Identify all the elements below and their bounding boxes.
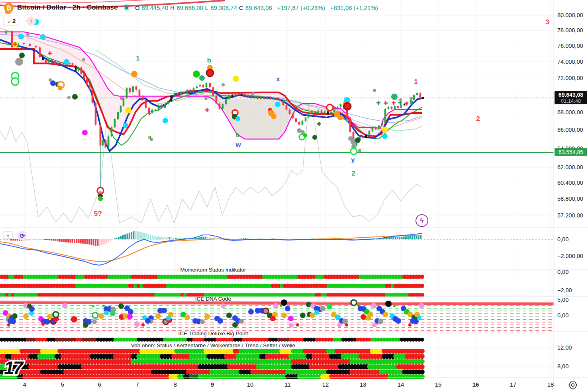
- time-label: 6: [98, 381, 101, 388]
- time-label: 5: [61, 381, 64, 388]
- time-label: 11: [284, 381, 291, 388]
- time-label: 12: [322, 381, 329, 388]
- wave-label-5: 5?: [94, 210, 102, 218]
- last-price-label: 69.643,08 01:14:48: [555, 91, 587, 104]
- time-label: 9: [211, 381, 214, 388]
- wave-label-3: 3: [545, 18, 549, 26]
- wave-label-a: a: [148, 133, 151, 141]
- close-value: 69.643,08: [245, 4, 272, 11]
- pane-tick: 8,00: [557, 363, 568, 369]
- pane-tick: 5,00: [557, 297, 568, 303]
- time-label: 13: [360, 381, 367, 388]
- macd-collapse-button[interactable]: ⌄: [3, 231, 13, 239]
- bigpoint-legend: Von oben: Status / Kerzenfarbe / Wolkenf…: [131, 342, 295, 348]
- open-value: 69.445,40: [142, 4, 169, 11]
- price-tick: 60.400,00: [557, 180, 583, 186]
- price-tick: 80.000,00: [557, 12, 583, 18]
- close-label: C: [239, 4, 243, 11]
- last-price-value: 69.643,08: [555, 92, 587, 98]
- bitcoin-logo-icon: ₿: [4, 3, 14, 12]
- pane-tick: 12,00: [557, 344, 572, 351]
- time-label: 8: [174, 381, 177, 388]
- change-absolute: +197,67 (+0,28%): [277, 4, 325, 11]
- pane-tick: 0,00: [557, 236, 568, 242]
- pane-tick: −2.000,00: [557, 253, 583, 259]
- support-price-label: 63.554,85: [555, 148, 587, 156]
- wave-label-1: 1: [136, 55, 139, 63]
- time-label: 14: [398, 381, 404, 388]
- wave-count-label: 2: [12, 18, 16, 24]
- wave-label-c: c: [235, 131, 239, 139]
- momentum-panel-title: Momentum Status Indikator: [180, 267, 246, 273]
- time-label: 17: [510, 381, 517, 388]
- pane-tick: 0,00: [557, 312, 568, 319]
- lightning-icon[interactable]: ϟ: [416, 214, 428, 227]
- refresh-icon[interactable]: ⟳: [18, 231, 27, 240]
- price-tick: 62.000,00: [557, 164, 583, 170]
- low-label: L: [205, 4, 208, 11]
- bar-countdown: 01:14:48: [555, 98, 587, 104]
- price-tick: 68.000,00: [557, 109, 583, 115]
- data-source-dot-icon[interactable]: [125, 6, 128, 10]
- change-daily: +831,08 (+1,21%): [330, 4, 378, 11]
- price-tick: 57.200,00: [557, 212, 583, 219]
- chevron-down-icon: ⌄: [6, 232, 10, 238]
- wave-label-x: x: [276, 75, 280, 83]
- wave-label-w: w: [235, 141, 241, 149]
- dna-panel-title: ICE DNA Code: [195, 296, 231, 302]
- time-label: 7: [136, 381, 139, 388]
- wave-label-1: 1: [414, 78, 417, 86]
- open-label: O: [135, 4, 140, 11]
- low-value: 69.308,74: [210, 4, 237, 11]
- time-label: 15: [435, 381, 442, 388]
- price-tick: 74.000,00: [557, 59, 583, 65]
- wave-count-button[interactable]: ⌄ 2: [3, 17, 19, 25]
- time-label: 10: [247, 381, 254, 388]
- chevron-down-icon: ⌄: [7, 18, 11, 24]
- high-value: 69.666,00: [176, 4, 203, 11]
- symbol-header: ₿ Bitcoin / Dollar · 2h · Coinbase O69.4…: [4, 3, 378, 12]
- wave-label-2: 2: [351, 170, 355, 178]
- price-tick: 66.000,00: [557, 127, 583, 133]
- alert-icon[interactable]: !: [26, 16, 36, 26]
- ohlc-values: O69.445,40 H69.666,00 L69.308,74 C69.643…: [135, 4, 272, 11]
- price-tick: 76.000,00: [557, 43, 583, 49]
- price-tick: 58.800,00: [557, 196, 583, 202]
- settings-icon[interactable]: [568, 381, 577, 389]
- pane-tick: −2,00: [557, 287, 572, 293]
- symbol-title[interactable]: Bitcoin / Dollar · 2h · Coinbase: [17, 4, 118, 12]
- main-chart-canvas[interactable]: 17: [0, 0, 588, 391]
- pane-tick: 0,00: [557, 269, 568, 275]
- wave-label-y: y: [351, 156, 355, 164]
- time-label: 4: [23, 381, 26, 388]
- time-label: 18: [547, 381, 554, 388]
- price-tick: 72.000,00: [557, 75, 583, 81]
- wave-label-2: 2: [476, 115, 480, 123]
- price-tick: 78.000,00: [557, 27, 583, 33]
- bigpoint-panel-title: ICE Trading Deluxe Big Point: [178, 330, 248, 336]
- time-label: 16: [472, 381, 479, 388]
- tradingview-logo[interactable]: 17: [4, 358, 24, 378]
- high-label: H: [170, 4, 174, 11]
- wave-label-b: b: [207, 57, 211, 65]
